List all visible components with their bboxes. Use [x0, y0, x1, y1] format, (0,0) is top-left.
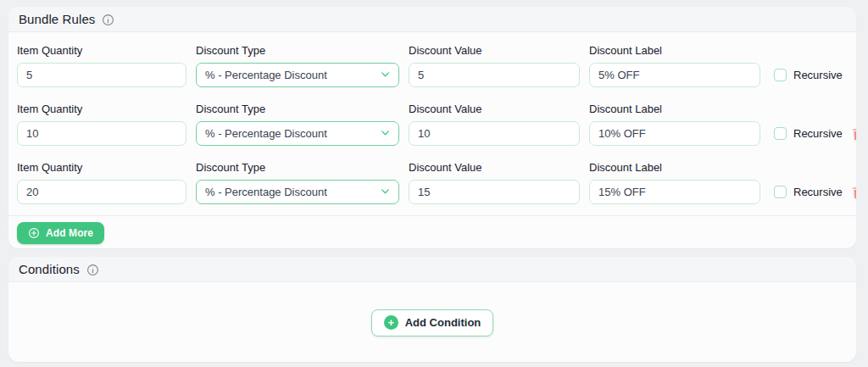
- discount-label-field: Discount Label: [589, 44, 760, 87]
- recursive-label: Recursive: [793, 69, 843, 81]
- discount-value-field: Discount Value: [409, 103, 580, 146]
- discount-label-input[interactable]: [589, 63, 760, 87]
- item-quantity-field: Item Quantity: [17, 161, 186, 204]
- discount-type-label: Discount Type: [196, 161, 399, 174]
- item-quantity-input[interactable]: [17, 180, 186, 204]
- discount-type-field: Discount Type % - Percentage Discount: [196, 103, 399, 146]
- add-condition-button[interactable]: + Add Condition: [371, 309, 494, 336]
- bundle-rule-row: Item Quantity Discount Type % - Percenta…: [8, 103, 856, 146]
- discount-value-label: Discount Value: [409, 103, 580, 115]
- discount-label-label: Discount Label: [589, 161, 760, 174]
- bundle-rules-list: Item Quantity Discount Type % - Percenta…: [8, 44, 856, 204]
- discount-label-field: Discount Label: [589, 103, 760, 146]
- recursive-label: Recursive: [793, 127, 843, 140]
- discount-value-field: Discount Value: [409, 44, 580, 87]
- bundle-rule-row: Item Quantity Discount Type % - Percenta…: [8, 161, 856, 204]
- discount-type-field: Discount Type % - Percentage Discount: [196, 44, 399, 87]
- add-more-label: Add More: [46, 227, 93, 239]
- item-quantity-label: Item Quantity: [17, 161, 186, 174]
- bundle-rule-row: Item Quantity Discount Type % - Percenta…: [8, 44, 856, 87]
- conditions-body: + Add Condition: [8, 282, 856, 362]
- chevron-down-icon: [380, 69, 391, 82]
- recursive-checkbox[interactable]: [774, 127, 787, 140]
- plus-circle-solid-icon: +: [384, 315, 398, 330]
- recursive-checkbox-group[interactable]: Recursive: [774, 69, 843, 81]
- discount-label-input[interactable]: [589, 121, 760, 146]
- recursive-checkbox-group[interactable]: Recursive: [774, 127, 843, 140]
- discount-value-input[interactable]: [409, 121, 580, 146]
- info-icon[interactable]: [102, 14, 114, 26]
- recursive-label: Recursive: [793, 186, 843, 198]
- add-more-button[interactable]: Add More: [17, 222, 104, 244]
- discount-type-select[interactable]: % - Percentage Discount: [196, 121, 399, 146]
- delete-rule-button[interactable]: [852, 127, 856, 141]
- bundle-rules-body: Item Quantity Discount Type % - Percenta…: [8, 44, 856, 248]
- discount-type-select[interactable]: % - Percentage Discount: [196, 63, 399, 87]
- add-condition-label: Add Condition: [405, 316, 481, 329]
- discount-type-selected-value: % - Percentage Discount: [205, 127, 327, 140]
- trash-icon: [852, 127, 856, 141]
- bundle-rules-header: Bundle Rules: [8, 7, 856, 32]
- discount-value-input[interactable]: [409, 180, 580, 204]
- discount-value-label: Discount Value: [409, 161, 580, 174]
- discount-label-input[interactable]: [589, 180, 760, 204]
- discount-label-field: Discount Label: [589, 161, 760, 204]
- chevron-down-icon: [380, 186, 391, 199]
- discount-type-select[interactable]: % - Percentage Discount: [196, 180, 399, 204]
- discount-type-field: Discount Type % - Percentage Discount: [196, 161, 399, 204]
- discount-value-field: Discount Value: [409, 161, 580, 204]
- trash-icon: [852, 186, 856, 199]
- bundle-rules-title: Bundle Rules: [19, 12, 95, 26]
- item-quantity-label: Item Quantity: [17, 44, 186, 57]
- bundle-rules-footer: Add More: [8, 215, 856, 248]
- discount-type-selected-value: % - Percentage Discount: [205, 69, 327, 81]
- plus-circle-outline-icon: [28, 227, 40, 239]
- discount-label-label: Discount Label: [589, 44, 760, 57]
- conditions-title: Conditions: [19, 262, 80, 276]
- conditions-header: Conditions: [8, 257, 856, 282]
- discount-type-label: Discount Type: [196, 44, 399, 57]
- item-quantity-label: Item Quantity: [17, 103, 186, 115]
- discount-type-selected-value: % - Percentage Discount: [205, 186, 327, 198]
- recursive-checkbox[interactable]: [774, 69, 787, 81]
- bundle-rules-section: Bundle Rules Item Quantity Discount Type…: [8, 7, 856, 248]
- recursive-checkbox[interactable]: [774, 186, 787, 198]
- conditions-section: Conditions + Add Condition: [8, 257, 856, 362]
- discount-label-label: Discount Label: [589, 103, 760, 115]
- info-icon[interactable]: [86, 264, 99, 276]
- discount-value-input[interactable]: [409, 63, 580, 87]
- discount-settings-page: Bundle Rules Item Quantity Discount Type…: [0, 0, 868, 367]
- delete-rule-button[interactable]: [852, 186, 856, 199]
- discount-value-label: Discount Value: [409, 44, 580, 57]
- item-quantity-field: Item Quantity: [17, 103, 186, 146]
- item-quantity-field: Item Quantity: [17, 44, 186, 87]
- recursive-checkbox-group[interactable]: Recursive: [774, 186, 843, 198]
- chevron-down-icon: [380, 127, 391, 141]
- item-quantity-input[interactable]: [17, 63, 186, 87]
- item-quantity-input[interactable]: [17, 121, 186, 146]
- discount-type-label: Discount Type: [196, 103, 399, 115]
